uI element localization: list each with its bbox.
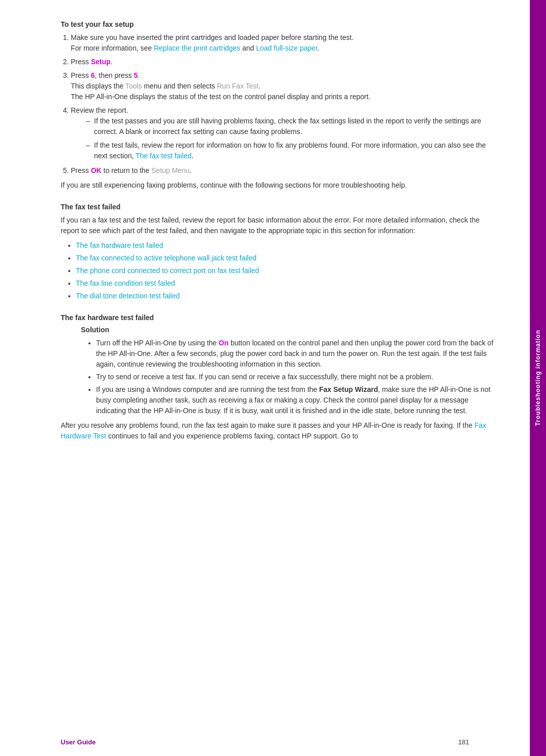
section3-solution: Solution Turn off the HP All-in-One by u…: [81, 326, 499, 416]
link-dial-tone[interactable]: The dial tone detection test failed: [76, 292, 179, 300]
step-3-sub1: This displays the Tools menu and then se…: [71, 82, 260, 90]
run-fax-test-label: Run Fax Test: [217, 82, 258, 90]
side-tab: Troubleshooting information: [530, 0, 546, 756]
section3-heading: The fax hardware test failed: [61, 314, 499, 322]
link-fax-line[interactable]: The fax line condition test failed: [76, 279, 175, 287]
section2-intro: If you ran a fax test and the test faile…: [61, 215, 499, 236]
step-1-text: Make sure you have inserted the print ca…: [71, 33, 354, 41]
page-container: To test your fax setup Make sure you hav…: [0, 0, 546, 756]
step-4-details: If the test passes and you are still hav…: [86, 116, 499, 161]
link-fax-test-failed[interactable]: The fax test failed: [135, 152, 192, 160]
link-fax-wall-jack[interactable]: The fax connected to active telephone wa…: [76, 254, 256, 262]
section3-closing: After you resolve any problems found, ru…: [61, 420, 499, 441]
setup-keyword: Setup: [91, 58, 111, 66]
bullet-2: Try to send or receive a test fax. If yo…: [96, 372, 499, 382]
step-5: Press OK to return to the Setup Menu.: [71, 165, 499, 176]
step-5-text: Press OK to return to the Setup Menu.: [71, 166, 192, 174]
step-4: Review the report. If the test passes an…: [71, 105, 499, 161]
bullet-3-text: If you are using a Windows computer and …: [96, 385, 490, 415]
step-3-text: Press 6, then press 5.: [71, 71, 140, 79]
ok-keyword: OK: [91, 166, 102, 174]
key-6: 6: [91, 71, 95, 79]
step-1-sub: For more information, see Replace the pr…: [71, 44, 320, 52]
link-replace-cartridges[interactable]: Replace the print cartridges: [154, 44, 240, 52]
fax-setup-wizard-label: Fax Setup Wizard: [319, 385, 378, 393]
setup-menu-label: Setup Menu: [152, 166, 190, 174]
link-phone-cord[interactable]: The phone cord connected to correct port…: [76, 266, 259, 275]
main-content: To test your fax setup Make sure you hav…: [0, 0, 530, 756]
step-2-text: Press Setup.: [71, 58, 112, 66]
step-4-text: Review the report.: [71, 106, 128, 114]
section1-closing: If you are still experiencing faxing pro…: [61, 180, 499, 191]
section1-steps: Make sure you have inserted the print ca…: [71, 32, 499, 176]
step-4-dash2: If the test fails, review the report for…: [86, 140, 499, 161]
tools-menu-label: Tools: [125, 82, 142, 90]
section3-bullets: Turn off the HP All-in-One by using the …: [96, 338, 499, 416]
section2-heading: The fax test failed: [61, 203, 499, 211]
footer: User Guide 181: [0, 738, 530, 746]
section-test-fax-setup: To test your fax setup Make sure you hav…: [61, 20, 499, 191]
footer-right: 181: [458, 738, 469, 746]
step-3-sub2: The HP All-in-One displays the status of…: [71, 93, 371, 101]
section-fax-test-failed: The fax test failed If you ran a fax tes…: [61, 203, 499, 301]
list-item-fax-hardware: The fax hardware test failed: [76, 240, 499, 251]
footer-left: User Guide: [61, 738, 96, 746]
section-fax-hardware-failed: The fax hardware test failed Solution Tu…: [61, 314, 499, 441]
step-2: Press Setup.: [71, 57, 499, 67]
list-item-fax-wall-jack: The fax connected to active telephone wa…: [76, 253, 499, 263]
bullet-1: Turn off the HP All-in-One by using the …: [96, 338, 499, 370]
side-tab-text: Troubleshooting information: [534, 330, 541, 426]
list-item-fax-line: The fax line condition test failed: [76, 278, 499, 289]
step-4-dash1: If the test passes and you are still hav…: [86, 116, 499, 137]
on-keyword: On: [219, 339, 229, 347]
step-3: Press 6, then press 5. This displays the…: [71, 70, 499, 102]
section3-solution-heading: Solution: [81, 326, 499, 334]
link-fax-hardware[interactable]: The fax hardware test failed: [76, 241, 163, 249]
step-1: Make sure you have inserted the print ca…: [71, 32, 499, 54]
link-fax-hardware-test[interactable]: Fax Hardware Test: [61, 421, 486, 440]
bullet-3: If you are using a Windows computer and …: [96, 384, 499, 416]
key-5: 5: [134, 71, 138, 79]
bullet-1-text: Turn off the HP All-in-One by using the …: [96, 339, 493, 368]
list-item-phone-cord: The phone cord connected to correct port…: [76, 265, 499, 276]
bullet-2-text: Try to send or receive a test fax. If yo…: [96, 373, 433, 381]
section1-heading: To test your fax setup: [61, 20, 499, 28]
list-item-dial-tone: The dial tone detection test failed: [76, 291, 499, 301]
link-load-paper[interactable]: Load full-size paper: [256, 44, 317, 52]
section2-links-list: The fax hardware test failed The fax con…: [76, 240, 499, 301]
